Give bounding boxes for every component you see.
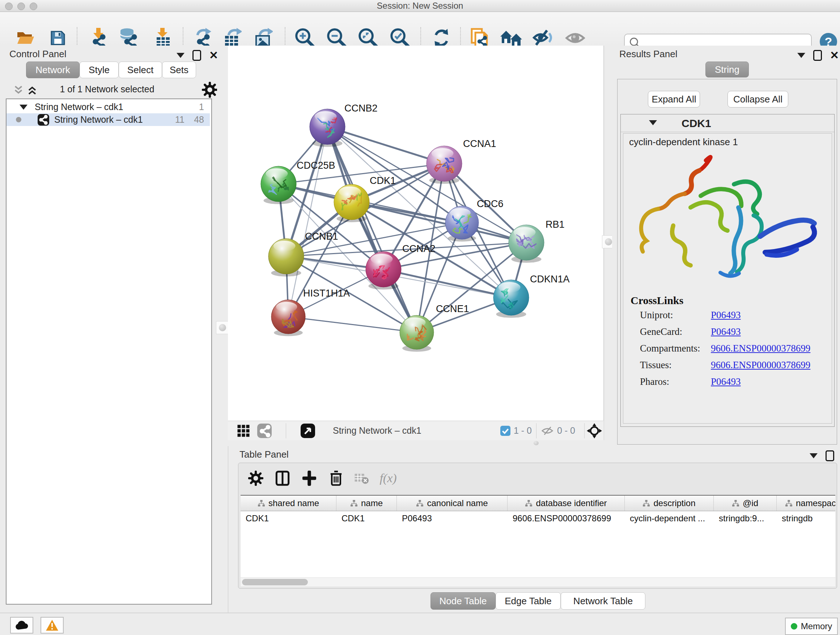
tab-node-table[interactable]: Node Table — [431, 592, 496, 610]
network-options-gear-icon[interactable] — [202, 82, 218, 98]
tab-select[interactable]: Select — [118, 62, 162, 78]
selected-checkbox[interactable] — [500, 426, 510, 436]
column-header-namespace[interactable]: namespace — [777, 496, 835, 511]
column-header-id[interactable]: @id — [714, 496, 777, 511]
bottom-splitter[interactable] — [228, 440, 603, 446]
view-network-button[interactable] — [257, 424, 272, 438]
save-icon — [49, 29, 66, 47]
uniprot-link[interactable]: P06493 — [711, 310, 741, 321]
function-builder-button[interactable]: f(x) — [378, 468, 398, 488]
network-row[interactable]: String Network – cdk1 11 48 — [6, 113, 210, 126]
database-icon — [118, 28, 138, 48]
tab-string[interactable]: String — [706, 62, 749, 78]
network-node-HIST1H1A[interactable]: HIST1H1A — [271, 288, 350, 336]
table-panel-title: Table Panel — [240, 449, 289, 460]
control-panel-title: Control Panel — [9, 49, 66, 60]
export-table-icon — [223, 28, 242, 48]
table-panel: Table Panel ✕ — [234, 446, 840, 613]
memory-status-dot-icon — [791, 623, 797, 630]
cloud-status-button[interactable] — [10, 617, 33, 633]
left-splitter-grip[interactable] — [216, 321, 229, 334]
network-node-RB1[interactable]: RB1 — [508, 219, 565, 263]
expand-all-button[interactable]: Expand All — [648, 91, 700, 108]
tab-edge-table[interactable]: Edge Table — [496, 592, 561, 610]
column-header-shared-name[interactable]: shared name — [240, 496, 336, 511]
left-splitter[interactable] — [217, 46, 228, 613]
warning-status-button[interactable] — [41, 617, 64, 633]
panel-menu-icon[interactable] — [810, 453, 818, 458]
network-current-dot-icon — [16, 117, 21, 122]
compartments-link[interactable]: 9606.ENSP00000378699 — [711, 343, 810, 354]
panel-float-icon[interactable] — [193, 50, 201, 61]
network-node-CDK1[interactable]: CDK1 — [334, 175, 396, 222]
refresh-icon — [431, 28, 451, 48]
birds-eye-view-button[interactable] — [300, 424, 316, 438]
network-edge[interactable] — [327, 127, 417, 333]
table-row[interactable]: CDK1 CDK1 P06493 9606.ENSP00000378699 cy… — [240, 511, 835, 526]
bottom-splitter-grip[interactable] — [534, 441, 538, 445]
network-node-CDKN1A[interactable]: CDKN1A — [493, 274, 570, 318]
delete-column-button[interactable] — [326, 468, 346, 488]
columns-icon — [275, 470, 290, 486]
network-node-CCNB2[interactable]: CCNB2 — [309, 103, 378, 147]
delete-table-button[interactable] — [351, 468, 371, 488]
panel-float-icon[interactable] — [826, 450, 834, 461]
collapse-section-icon[interactable] — [649, 120, 657, 125]
main-toolbar: ? — [0, 12, 840, 46]
crosslink-row: GeneCard: P06493 — [640, 326, 828, 343]
table-options-button[interactable] — [246, 468, 266, 488]
panel-float-icon[interactable] — [813, 50, 822, 61]
network-canvas[interactable]: CCNB2CCNA1CDC25BCDK1CDC6RB1CCNB1CCNA2CDK… — [228, 46, 604, 421]
protein-card-header[interactable]: CDK1 — [621, 114, 834, 132]
column-header-description[interactable]: description — [625, 496, 714, 511]
memory-button[interactable]: Memory — [785, 618, 838, 635]
plus-icon — [302, 470, 316, 486]
separator — [536, 423, 537, 439]
column-type-icon — [257, 500, 265, 507]
network-edge[interactable] — [327, 127, 444, 164]
network-collection-label: String Network – cdk1 — [35, 101, 123, 113]
node-label: CCNA2 — [402, 243, 436, 254]
open-folder-icon — [16, 29, 35, 47]
share-network-icon — [257, 424, 272, 438]
column-header-canonical-name[interactable]: canonical name — [397, 496, 508, 511]
column-header-name[interactable]: name — [336, 496, 397, 511]
collapse-all-button[interactable]: Collapse All — [728, 91, 788, 108]
panel-close-icon[interactable]: ✕ — [830, 51, 839, 60]
grid-icon — [237, 424, 250, 437]
fit-selected-button[interactable] — [587, 424, 602, 438]
network-edge[interactable] — [384, 269, 511, 298]
node-label: CCNA1 — [463, 138, 496, 149]
tab-network[interactable]: Network — [26, 62, 80, 78]
right-splitter[interactable] — [604, 46, 613, 440]
genecard-link[interactable]: P06493 — [711, 326, 741, 337]
tab-network-table[interactable]: Network Table — [561, 592, 645, 610]
crosshair-icon — [587, 423, 602, 439]
column-header-database-identifier[interactable]: database identifier — [508, 496, 625, 511]
network-node-CCNA1[interactable]: CCNA1 — [426, 138, 496, 184]
node-label: CDK1 — [370, 175, 396, 186]
tab-sets[interactable]: Sets — [162, 62, 196, 78]
panel-menu-icon[interactable] — [177, 53, 185, 58]
checkbox-icon — [500, 426, 510, 436]
collapse-all-tree-icon[interactable] — [13, 85, 24, 96]
hidden-eye-icon[interactable] — [541, 426, 554, 435]
scrollbar-thumb[interactable] — [242, 579, 308, 585]
panel-menu-icon[interactable] — [797, 53, 805, 58]
node-label: RB1 — [546, 219, 565, 230]
tissues-link[interactable]: 9606.ENSP00000378699 — [711, 359, 810, 371]
show-columns-button[interactable] — [272, 468, 293, 488]
create-column-button[interactable] — [299, 468, 319, 488]
view-grid-button[interactable] — [236, 424, 251, 438]
network-node-CCNE1[interactable]: CCNE1 — [400, 303, 469, 352]
expand-all-tree-icon[interactable] — [27, 85, 38, 96]
tree-expand-icon[interactable] — [19, 105, 27, 110]
tab-style[interactable]: Style — [80, 62, 118, 78]
network-collection-row[interactable]: String Network – cdk1 1 — [6, 101, 210, 113]
network-edge[interactable] — [327, 127, 526, 242]
collection-count: 1 — [199, 101, 204, 113]
horizontal-scrollbar[interactable] — [240, 578, 835, 586]
network-edge[interactable] — [288, 317, 417, 333]
pharos-link[interactable]: P06493 — [711, 376, 741, 387]
selected-node-edge-count: 1 - 0 — [514, 425, 532, 436]
